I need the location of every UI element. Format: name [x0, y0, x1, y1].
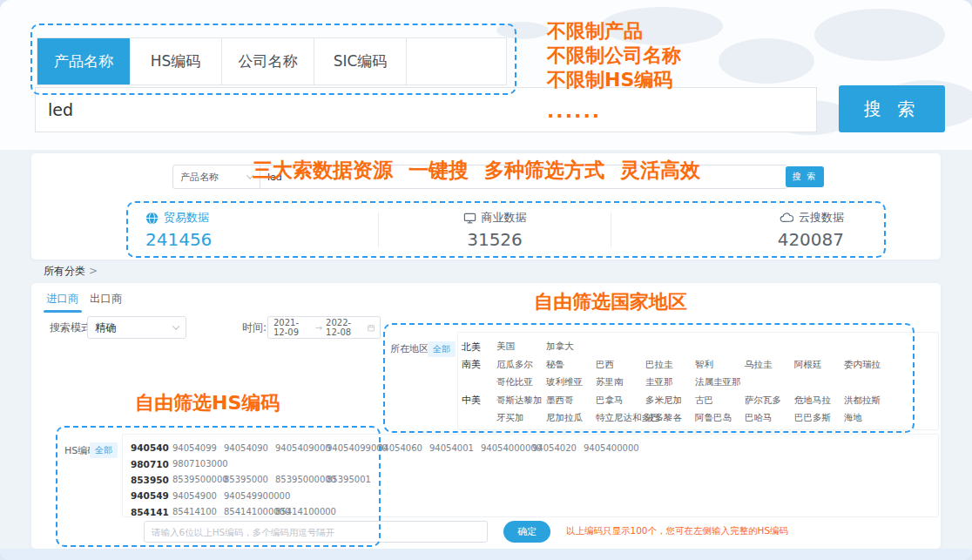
hs-code-option[interactable]: 94054090 [224, 443, 275, 453]
stat-value: 420087 [778, 229, 844, 250]
data-source-stats: 贸易数据 241456 商业数据 31526 [126, 203, 886, 257]
hs-code-option[interactable]: 94054099000 [327, 443, 378, 453]
hscode-confirm-button[interactable]: 确定 [503, 521, 550, 543]
hs-code-option[interactable]: 85414100 [172, 507, 224, 516]
country-option[interactable]: 危地马拉 [794, 395, 844, 407]
hscode-grid: 9405409405409994054090940540900094054099… [131, 440, 635, 520]
tab-hs-code[interactable]: HS编码 [130, 38, 222, 84]
region-annotation: 自由筛选国家地区 [534, 289, 687, 315]
country-option[interactable]: 洪都拉斯 [844, 395, 894, 407]
country-option[interactable]: 波多黎各 [645, 412, 695, 424]
toolbar-search-button[interactable]: 搜 索 [786, 166, 824, 187]
region-label: 所在地区: [390, 338, 432, 361]
hs-code-option[interactable]: 94054000000 [481, 443, 532, 453]
country-option[interactable]: 阿鲁巴岛 [695, 412, 745, 424]
hs-code-option[interactable]: 85414100000 [275, 507, 327, 516]
hs-code-option[interactable]: 85395001 [327, 475, 378, 484]
country-option[interactable]: 哥伦比亚 [496, 376, 546, 388]
active-tab-underline [44, 310, 82, 313]
hs-code-option[interactable]: 940549900000 [224, 491, 275, 501]
hs-parent-code[interactable]: 853950 [131, 475, 172, 485]
country-option[interactable]: 圭亚那 [645, 376, 695, 388]
stat-value: 31526 [467, 229, 523, 250]
stat-cloud-search-data[interactable]: 云搜数据 420087 [611, 210, 886, 250]
breadcrumb[interactable]: 所有分类> [44, 264, 98, 279]
filter-results-card: 进口商 出口商 搜索模式: 精确 时间: 2021-12-09 → 2022-1… [31, 283, 941, 549]
country-option[interactable]: 海地 [844, 412, 894, 424]
country-option[interactable]: 美国 [496, 341, 546, 353]
region-all-chip[interactable]: 全部 [428, 341, 456, 357]
country-option[interactable]: 巴拉圭 [645, 359, 695, 371]
stat-trade-data[interactable]: 贸易数据 241456 [126, 210, 378, 250]
date-end: 2022-12-08 [326, 318, 364, 337]
country-option[interactable]: 哥斯达黎加 [496, 395, 546, 407]
country-option[interactable]: 乌拉圭 [745, 359, 794, 371]
breadcrumb-label: 所有分类 [44, 265, 85, 277]
country-option[interactable]: 古巴 [695, 395, 745, 407]
country-option[interactable]: 巴西 [596, 359, 645, 371]
tab-importers[interactable]: 进口商 [46, 292, 79, 307]
stat-business-data[interactable]: 商业数据 31526 [379, 210, 611, 250]
tab-product-name[interactable]: 产品名称 [37, 38, 130, 84]
app-screen: 产品名称 HS编码 公司名称 SIC编码 搜 索 不限制产品 不限制公司名称 不… [0, 0, 972, 560]
annotation-ellipsis: ...... [547, 99, 681, 124]
date-range-picker[interactable]: 2021-12-09 → 2022-12-08 [267, 316, 381, 339]
category-select[interactable]: 产品名称 [173, 165, 260, 188]
chevron-down-icon [172, 322, 179, 329]
hs-code-option[interactable]: 94054900 [172, 491, 224, 501]
hs-parent-code[interactable]: 980710 [131, 459, 172, 469]
stat-label: 商业数据 [482, 210, 527, 226]
country-option[interactable]: 多米尼加 [645, 395, 695, 407]
country-option[interactable]: 巴拿马 [596, 395, 645, 407]
annotation-line: 不限制HS编码 [547, 68, 681, 92]
hs-code-option[interactable]: 94054020 [532, 443, 584, 453]
hscode-all-chip[interactable]: 全部 [90, 442, 118, 458]
country-option[interactable]: 秘鲁 [546, 359, 596, 371]
hs-code-option[interactable]: 85395000000 [275, 475, 327, 484]
country-option[interactable]: 牙买加 [496, 412, 546, 424]
category-select-value: 产品名称 [180, 171, 219, 184]
country-option[interactable]: 委内瑞拉 [844, 359, 894, 371]
hs-code-option[interactable]: 9405400000 [584, 443, 635, 453]
hs-code-option[interactable]: 8539500000 [172, 475, 224, 484]
country-option[interactable]: 特立尼达和多巴.. [596, 412, 645, 424]
country-option[interactable]: 墨西哥 [546, 395, 596, 407]
cloud-icon [780, 212, 793, 224]
date-start: 2021-12-09 [273, 318, 312, 337]
hscode-hint-text: 以上编码只显示100个，您可在左侧输入完整的HS编码 [566, 525, 788, 537]
hero-search-button[interactable]: 搜 索 [839, 85, 945, 132]
country-option[interactable]: 萨尔瓦多 [745, 395, 794, 407]
hs-parent-code[interactable]: 854141 [131, 507, 172, 517]
hero-search-input[interactable] [35, 87, 817, 132]
search-mode-value: 精确 [95, 320, 116, 335]
hs-code-option[interactable]: 9807103000 [172, 459, 224, 469]
region-grid: 北美美国加拿大南美厄瓜多尔秘鲁巴西巴拉圭智利乌拉圭阿根廷委内瑞拉哥伦比亚玻利维亚… [462, 338, 894, 428]
country-option[interactable]: 智利 [695, 359, 745, 371]
country-option[interactable]: 巴巴多斯 [794, 412, 844, 424]
tab-company-name[interactable]: 公司名称 [222, 38, 314, 84]
globe-icon [145, 212, 159, 225]
country-option[interactable]: 巴哈马 [745, 412, 794, 424]
hs-parent-code[interactable]: 940540 [131, 442, 172, 453]
hs-code-option[interactable]: 94054099 [172, 443, 224, 453]
hs-code-option[interactable]: 85395000 [224, 475, 275, 484]
continent-label: 中美 [462, 394, 496, 407]
country-option[interactable]: 厄瓜多尔 [496, 359, 546, 371]
hs-code-option[interactable]: 9405409000 [275, 443, 327, 453]
hs-code-option[interactable]: 94054060 [378, 443, 429, 453]
continent-label: 南美 [462, 358, 496, 371]
country-option[interactable]: 玻利维亚 [546, 376, 596, 388]
hs-parent-code[interactable]: 940549 [131, 490, 172, 501]
hs-code-option[interactable]: 854141000000 [224, 507, 275, 516]
tab-exporters[interactable]: 出口商 [90, 292, 123, 307]
hs-code-option[interactable]: 94054001 [429, 443, 481, 453]
country-option[interactable]: 加拿大 [546, 341, 596, 353]
country-option[interactable]: 尼加拉瓜 [546, 412, 596, 424]
country-option[interactable]: 阿根廷 [794, 359, 844, 371]
country-option[interactable]: 法属圭亚那 [695, 376, 745, 388]
hscode-input[interactable] [144, 521, 488, 543]
stat-label: 贸易数据 [164, 210, 209, 226]
search-mode-select[interactable]: 精确 [87, 316, 186, 339]
country-option[interactable]: 苏里南 [596, 376, 645, 388]
tab-sic-code[interactable]: SIC编码 [314, 38, 407, 84]
